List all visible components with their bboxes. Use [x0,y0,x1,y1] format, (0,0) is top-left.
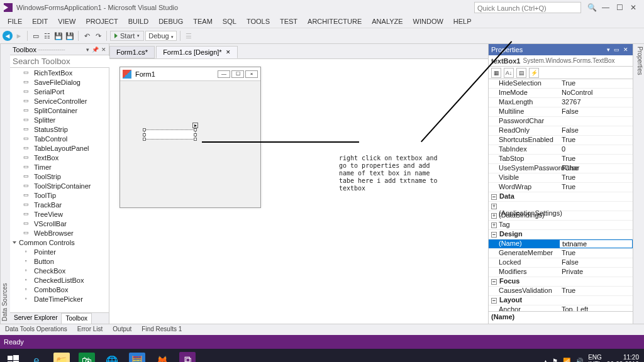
menu-debug[interactable]: DEBUG [153,18,188,25]
toolbox-item-checkedlistbox[interactable]: ▫CheckedListBox [10,275,109,285]
collapse-icon[interactable]: − [491,232,497,238]
collapse-icon[interactable]: − [491,194,497,200]
close-tab-icon[interactable]: ✕ [226,49,231,55]
property-row[interactable]: ModifiersPrivate [489,268,633,277]
toolbox-item-toolstripcontainer[interactable]: ▭ToolStripContainer [10,181,109,190]
toolbox-item-savefiledialog[interactable]: ▭SaveFileDialog [10,77,109,87]
menu-sql[interactable]: SQL [218,18,242,25]
nav-back-icon[interactable]: ◄ [3,31,13,41]
taskbar-firefox-icon[interactable]: 🦊 [150,351,174,362]
new-project-icon[interactable]: ▭ [31,31,41,41]
property-row[interactable]: MaxLength32767 [489,98,633,107]
menu-team[interactable]: TEAM [188,18,218,25]
taskbar-ie-icon[interactable]: e [25,351,48,362]
toolbox-item-button[interactable]: ▫Button [10,256,109,266]
property-category[interactable]: −Layout [489,296,633,305]
object-selector[interactable]: textBox1 System.Windows.Forms.TextBox [489,55,633,67]
bottom-tab[interactable]: Find Results 1 [136,324,187,335]
toolbox-group-common[interactable]: Common Controls [10,238,109,247]
property-row[interactable]: AnchorTop, Left [489,305,633,311]
taskbar-explorer-icon[interactable]: 📁 [50,351,74,362]
tray-clock[interactable]: 11:20 06-02-2019 [607,354,639,362]
toolbox-item-vscrollbar[interactable]: ▭VScrollBar [10,219,109,228]
menu-view[interactable]: VIEW [53,18,80,25]
redo-icon[interactable]: ↷ [93,31,103,41]
property-row[interactable]: TabStopTrue [489,155,633,164]
server-explorer-tab[interactable]: Server Explorer [10,313,61,324]
toolbox-tab[interactable]: Toolbox [61,313,91,324]
toolbox-item-checkbox[interactable]: ▫CheckBox [10,266,109,275]
menu-test[interactable]: TEST [275,18,303,25]
toolbox-item-textbox[interactable]: ▭TextBox [10,153,109,162]
close-button[interactable]: ✕ [626,3,640,12]
design-surface[interactable]: Form1 — ☐ × ▸ right click on textbox and… [109,59,488,324]
start-menu-button[interactable] [3,351,24,362]
property-row[interactable]: +Tag [489,221,633,230]
save-all-icon[interactable]: 💾 [65,31,75,41]
open-icon[interactable]: ☷ [42,31,52,41]
toolbox-item-serialport[interactable]: ▭SerialPort [10,87,109,96]
tray-lang[interactable]: ENG [588,354,602,361]
property-row[interactable]: MultilineFalse [489,107,633,117]
categorized-icon[interactable]: ▦ [491,68,501,78]
menu-project[interactable]: PROJECT [80,18,123,25]
dropdown-icon[interactable]: ▾ [86,47,89,53]
menu-tools[interactable]: TOOLS [242,18,275,25]
menu-analyze[interactable]: ANALYZE [367,18,408,25]
search-icon[interactable]: 🔍 [585,3,599,12]
property-row[interactable]: CausesValidationTrue [489,287,633,296]
bottom-tab[interactable]: Output [108,324,136,335]
events-icon[interactable]: ⚡ [529,68,539,78]
property-row[interactable]: UseSystemPasswordCharFalse [489,164,633,173]
toolbox-item-combobox[interactable]: ▫ComboBox [10,285,109,294]
property-row[interactable]: ShortcutsEnabledTrue [489,136,633,145]
toolbox-item-timer[interactable]: ▭Timer [10,162,109,172]
toolbox-item-servicecontroller[interactable]: ▭ServiceController [10,96,109,106]
name-value-input[interactable] [562,240,632,248]
doc-tab[interactable]: Form1.cs [Design]*✕ [156,46,238,58]
undo-icon[interactable]: ↶ [82,31,92,41]
save-icon[interactable]: 💾 [53,31,64,41]
property-row[interactable]: TabIndex0 [489,145,633,155]
pin-icon[interactable]: 📌 [92,47,99,53]
toolbox-item-pointer[interactable]: ▫Pointer [10,247,109,256]
taskbar-vs-icon[interactable]: ⧉ [175,351,199,362]
toolbox-item-treeview[interactable]: ▭TreeView [10,209,109,219]
menu-file[interactable]: FILE [3,18,27,25]
property-category[interactable]: −Data [489,192,633,202]
tray-volume-icon[interactable]: 🔊 [575,358,583,363]
property-row[interactable]: PasswordChar [489,117,633,126]
taskbar-chrome-icon[interactable]: 🌐 [100,351,124,362]
menu-window[interactable]: WINDOW [408,18,448,25]
property-row[interactable]: HideSelectionTrue [489,79,633,89]
toolbox-item-webbrowser[interactable]: ▭WebBrowser [10,228,109,238]
quick-launch-input[interactable]: Quick Launch (Ctrl+Q) [474,2,581,13]
tray-up-icon[interactable]: ▴ [544,358,547,363]
property-row[interactable]: ReadOnlyFalse [489,126,633,136]
toolbox-item-toolstrip[interactable]: ▭ToolStrip [10,172,109,181]
props-icon[interactable]: ▤ [516,68,526,78]
collapse-icon[interactable]: − [491,298,497,304]
property-row[interactable]: GenerateMemberTrue [489,249,633,258]
property-row[interactable]: VisibleTrue [489,173,633,183]
config-dropdown[interactable]: Debug ▾ [145,31,176,41]
maximize-button[interactable]: ☐ [613,3,626,12]
menu-edit[interactable]: EDIT [27,18,53,25]
collapse-icon[interactable]: − [491,279,497,285]
property-row[interactable]: +(DataBindings) [489,211,633,221]
tray-network-icon[interactable]: 📶 [563,358,570,363]
start-button[interactable]: Start ▾ [110,31,144,41]
alpha-icon[interactable]: A↓ [504,68,514,78]
property-name-row[interactable]: (Name) [489,239,633,249]
form-designer[interactable]: Form1 — ☐ × ▸ [119,67,261,208]
toolbox-item-tabcontrol[interactable]: ▭TabControl [10,134,109,143]
property-row[interactable]: +(ApplicationSettings) [489,202,633,211]
property-category[interactable]: −Design [489,230,633,239]
smart-tag-icon[interactable]: ▸ [192,123,198,128]
doc-tab[interactable]: Form1.cs* [109,46,155,58]
taskbar-store-icon[interactable]: 🛍 [75,351,99,362]
toolbox-search-input[interactable] [10,56,121,67]
tray-flag-icon[interactable]: ⚑ [552,358,558,363]
toolbox-item-tooltip[interactable]: ▭ToolTip [10,190,109,200]
property-row[interactable]: LockedFalse [489,258,633,268]
